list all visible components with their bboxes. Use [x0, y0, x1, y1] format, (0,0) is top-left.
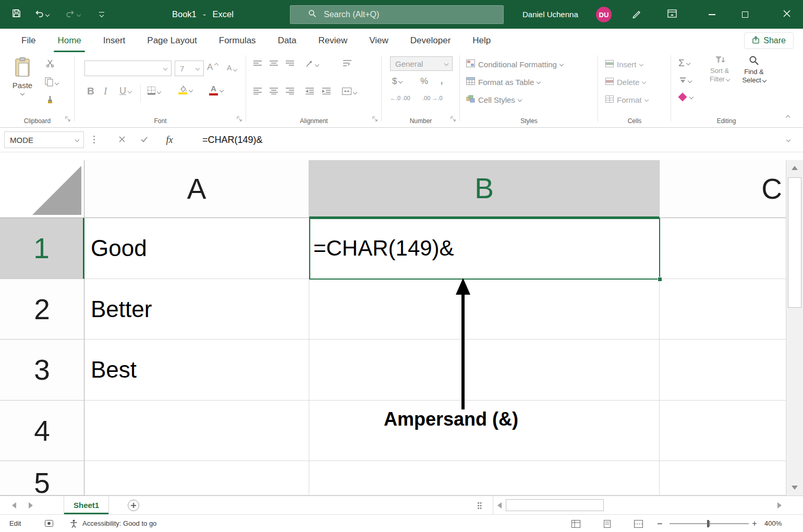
share-button[interactable]: Share: [744, 32, 794, 49]
number-dialog-launcher[interactable]: [451, 115, 456, 124]
status-mode[interactable]: Edit: [9, 515, 21, 532]
column-header-B[interactable]: B: [309, 160, 660, 218]
accessibility-icon[interactable]: [70, 519, 78, 528]
next-sheet-button[interactable]: [23, 496, 39, 515]
name-box[interactable]: MODE: [4, 131, 84, 148]
ink-pen-button[interactable]: [632, 0, 641, 29]
delete-cells-button[interactable]: Delete: [605, 75, 646, 89]
accessibility-status[interactable]: Accessibility: Good to go: [82, 515, 156, 532]
cell-B5[interactable]: [309, 461, 660, 495]
normal-view-icon[interactable]: [571, 520, 580, 528]
zoom-in-button[interactable]: +: [752, 515, 757, 532]
cell-C5[interactable]: [660, 461, 803, 495]
maximize-button[interactable]: [732, 0, 758, 29]
font-color-button[interactable]: A: [209, 84, 223, 95]
align-center-button[interactable]: [270, 88, 278, 94]
underline-button[interactable]: U: [119, 86, 131, 96]
align-middle-button[interactable]: [270, 61, 278, 67]
tab-file[interactable]: File: [10, 29, 46, 52]
zoom-level[interactable]: 400%: [764, 515, 782, 532]
tab-home[interactable]: Home: [46, 29, 92, 52]
merge-center-button[interactable]: [342, 88, 357, 97]
vertical-scrollbar[interactable]: [786, 160, 803, 495]
row-header-1[interactable]: 1: [0, 218, 84, 279]
cell-A1[interactable]: Good: [84, 218, 309, 279]
cell-A5[interactable]: [84, 461, 309, 495]
wrap-text-button[interactable]: [343, 59, 351, 67]
align-left-button[interactable]: [253, 88, 262, 94]
column-header-C[interactable]: C: [660, 160, 803, 218]
format-painter-button[interactable]: [46, 95, 54, 106]
horizontal-scrollbar[interactable]: [493, 496, 786, 515]
cell-A4[interactable]: [84, 401, 309, 461]
clear-button[interactable]: [679, 94, 693, 100]
format-as-table-button[interactable]: Format as Table: [466, 75, 540, 89]
copy-button[interactable]: [45, 77, 58, 89]
scroll-down-button[interactable]: [786, 480, 803, 495]
tab-insert[interactable]: Insert: [92, 29, 137, 52]
page-break-view-icon[interactable]: [634, 520, 643, 528]
bold-button[interactable]: B: [87, 86, 94, 97]
qat-customize-button[interactable]: [99, 0, 104, 29]
formula-bar-input[interactable]: =CHAR(149)&: [202, 131, 263, 148]
enter-button[interactable]: [135, 131, 153, 148]
fill-color-button[interactable]: [178, 86, 192, 94]
align-right-button[interactable]: [286, 88, 294, 94]
minimize-button[interactable]: [699, 0, 725, 29]
save-button[interactable]: [11, 0, 21, 29]
select-all-button[interactable]: [0, 160, 84, 218]
font-name-combo[interactable]: [84, 61, 172, 76]
add-sheet-button[interactable]: [128, 500, 139, 511]
font-dialog-launcher[interactable]: [237, 115, 242, 124]
orientation-button[interactable]: [306, 59, 319, 69]
cell-C1[interactable]: [660, 218, 803, 279]
accounting-format-button[interactable]: $: [392, 76, 402, 87]
italic-button[interactable]: I: [104, 86, 107, 97]
sheet-tab-sheet1[interactable]: Sheet1: [64, 496, 109, 514]
scroll-up-button[interactable]: [786, 160, 803, 176]
previous-sheet-button[interactable]: [6, 496, 22, 515]
cell-A2[interactable]: Better: [84, 279, 309, 340]
zoom-slider[interactable]: [670, 523, 749, 524]
increase-decimal-button[interactable]: ←.0 .00: [390, 95, 410, 101]
collapse-ribbon-button[interactable]: [786, 116, 789, 119]
row-header-4[interactable]: 4: [0, 401, 84, 461]
undo-button[interactable]: [34, 0, 49, 29]
zoom-out-button[interactable]: −: [657, 515, 663, 532]
alignment-dialog-launcher[interactable]: [372, 115, 378, 124]
decrease-font-size-button[interactable]: A: [227, 64, 237, 72]
cell-A3[interactable]: Best: [84, 340, 309, 401]
align-top-button[interactable]: [253, 61, 262, 67]
cell-C3[interactable]: [660, 340, 803, 401]
tab-view[interactable]: View: [358, 29, 399, 52]
tab-page-layout[interactable]: Page Layout: [136, 29, 208, 52]
paste-button[interactable]: Paste: [7, 55, 38, 106]
format-cells-button[interactable]: Format: [605, 93, 648, 106]
cell-B2[interactable]: [309, 279, 660, 340]
redo-button[interactable]: [66, 0, 80, 29]
vertical-scrollbar-thumb[interactable]: [788, 177, 801, 308]
comma-style-button[interactable]: ,: [440, 73, 443, 87]
page-layout-view-icon[interactable]: [603, 520, 612, 528]
percent-style-button[interactable]: %: [420, 76, 428, 87]
row-header-5[interactable]: 5: [0, 461, 84, 495]
borders-button[interactable]: [148, 87, 161, 96]
decrease-decimal-button[interactable]: .00 →.0: [422, 95, 443, 101]
row-header-2[interactable]: 2: [0, 279, 84, 340]
cell-B1[interactable]: =CHAR(149)&: [309, 218, 660, 279]
search-input[interactable]: [324, 10, 480, 19]
increase-indent-button[interactable]: [322, 88, 331, 94]
autosum-button[interactable]: Σ: [678, 57, 690, 69]
cut-button[interactable]: [46, 59, 54, 70]
decrease-indent-button[interactable]: [306, 88, 314, 94]
close-button[interactable]: [771, 0, 803, 29]
clipboard-dialog-launcher[interactable]: [65, 115, 71, 124]
insert-function-button[interactable]: fx: [159, 131, 180, 148]
number-format-combo[interactable]: General: [390, 56, 453, 71]
fill-button[interactable]: [679, 76, 691, 86]
zoom-slider-thumb[interactable]: [707, 520, 709, 527]
cell-C2[interactable]: [660, 279, 803, 340]
conditional-formatting-button[interactable]: Conditional Formatting: [466, 57, 563, 71]
row-header-3[interactable]: 3: [0, 340, 84, 401]
tab-area-resize-handle[interactable]: [478, 502, 482, 510]
